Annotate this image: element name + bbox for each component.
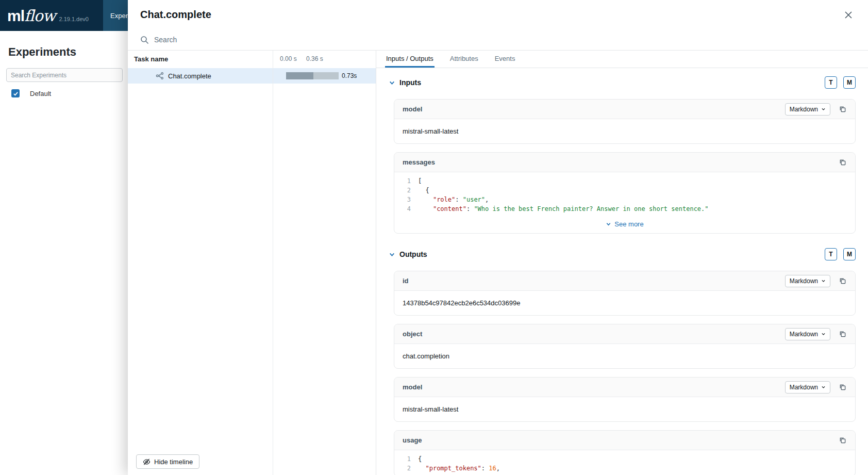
- task-tree-pane: Task name 0.00 s 0.36 s Chat.complete 0.…: [128, 51, 376, 475]
- card-title: object: [403, 330, 422, 338]
- card-title: id: [403, 277, 409, 285]
- render-mode-select[interactable]: Markdown: [785, 328, 830, 340]
- chevron-down-icon: [821, 107, 826, 111]
- outputs-section-title: Outputs: [399, 250, 427, 258]
- drawer-main: Task name 0.00 s 0.36 s Chat.complete 0.…: [128, 51, 868, 475]
- card-actions: Markdown: [785, 381, 847, 394]
- view-toggles: T M: [825, 248, 856, 260]
- json-code-block: 1[2 {3 "role": "user",4 "content": "Who …: [394, 172, 855, 217]
- card-title: model: [403, 105, 422, 113]
- card-value: 14378b54c97842ecb2e6c534dc03699e: [394, 291, 855, 315]
- copy-icon[interactable]: [838, 330, 847, 339]
- experiment-checkbox[interactable]: [11, 89, 20, 97]
- version-label: 2.19.1.dev0: [59, 16, 89, 22]
- output-card-object: object Markdown: [394, 324, 856, 369]
- tab-inputs-outputs[interactable]: Inputs / Outputs: [385, 51, 435, 68]
- eye-off-icon: [143, 458, 151, 466]
- copy-icon[interactable]: [838, 436, 847, 445]
- column-divider: [273, 51, 273, 475]
- hide-timeline-button[interactable]: Hide timeline: [136, 454, 199, 469]
- card-title: messages: [403, 158, 435, 166]
- output-card-model: model Markdown: [394, 377, 856, 422]
- card-title: usage: [403, 436, 422, 444]
- duration-label: 0.73s: [342, 72, 357, 79]
- see-more-label: See more: [614, 220, 643, 228]
- chevron-down-icon: [821, 332, 826, 336]
- render-mode-value: Markdown: [790, 384, 818, 391]
- output-card-id: id Markdown: [394, 271, 856, 316]
- copy-icon[interactable]: [838, 383, 847, 392]
- card-value: chat.completion: [394, 344, 855, 368]
- task-name: Chat.complete: [168, 72, 211, 80]
- text-view-toggle[interactable]: T: [825, 248, 837, 260]
- card-header: object Markdown: [394, 324, 855, 344]
- card-header: usage: [394, 431, 855, 450]
- render-mode-value: Markdown: [790, 331, 818, 338]
- see-more-link[interactable]: See more: [394, 217, 855, 233]
- text-view-toggle[interactable]: T: [825, 76, 837, 89]
- tab-events[interactable]: Events: [494, 51, 516, 68]
- detail-tabs: Inputs / Outputs Attributes Events: [376, 51, 868, 68]
- inputs-section-header[interactable]: Inputs T M: [389, 75, 856, 90]
- chevron-down-icon: [606, 221, 611, 227]
- outputs-section-header[interactable]: Outputs T M: [389, 247, 856, 261]
- card-header: model Markdown: [394, 100, 855, 119]
- output-card-usage: usage 1{2 "prompt_tokens": 16,: [394, 430, 856, 475]
- render-mode-value: Markdown: [790, 106, 818, 113]
- card-value: mistral-small-latest: [394, 119, 855, 143]
- card-header: id Markdown: [394, 271, 855, 291]
- view-toggles: T M: [825, 76, 856, 89]
- card-actions: [838, 436, 847, 445]
- tab-attributes[interactable]: Attributes: [449, 51, 479, 68]
- card-actions: Markdown: [785, 103, 847, 116]
- experiments-search-input[interactable]: [11, 72, 118, 79]
- detail-scroll-area: Inputs T M model Markdown: [376, 68, 868, 475]
- drawer-header: Chat.complete: [128, 0, 868, 29]
- drawer-title: Chat.complete: [140, 9, 211, 21]
- experiments-search-box[interactable]: [6, 68, 123, 82]
- inputs-section-title: Inputs: [399, 78, 421, 87]
- task-name-column-header: Task name: [128, 55, 168, 63]
- markdown-view-toggle[interactable]: M: [843, 248, 856, 260]
- copy-icon[interactable]: [838, 158, 847, 167]
- time-tick: 0.36 s: [306, 55, 323, 62]
- card-actions: [838, 158, 847, 167]
- span-detail-pane: Inputs / Outputs Attributes Events Input…: [376, 51, 868, 475]
- check-icon: [13, 91, 19, 96]
- card-header: model Markdown: [394, 378, 855, 397]
- input-card-model: model Markdown: [394, 99, 856, 144]
- input-card-messages: messages 1[2 {3 "role": "user",4 "conten…: [394, 152, 856, 234]
- copy-icon[interactable]: [838, 105, 847, 114]
- card-title: model: [403, 383, 422, 391]
- trace-span-icon: [156, 72, 164, 80]
- hide-timeline-label: Hide timeline: [154, 458, 193, 466]
- experiment-list-item[interactable]: Default: [11, 89, 128, 97]
- markdown-view-toggle[interactable]: M: [843, 76, 856, 89]
- chevron-down-icon: [389, 251, 395, 258]
- trace-search-input[interactable]: [154, 36, 856, 44]
- experiments-page: Experiments Default: [0, 31, 128, 97]
- render-mode-select[interactable]: Markdown: [785, 381, 830, 394]
- json-code-block: 1{2 "prompt_tokens": 16,: [394, 450, 855, 475]
- timeline-bar: [286, 72, 339, 79]
- tree-header: Task name 0.00 s 0.36 s: [128, 51, 376, 67]
- search-icon: [140, 36, 149, 44]
- trace-detail-drawer: Chat.complete Task name 0.00 s 0.36 s: [128, 0, 868, 475]
- task-row[interactable]: Chat.complete 0.73s: [128, 68, 376, 84]
- render-mode-value: Markdown: [790, 277, 818, 285]
- mlflow-logo[interactable]: mlflow 2.19.1.dev0: [7, 7, 89, 25]
- card-actions: Markdown: [785, 328, 847, 340]
- chevron-down-icon: [821, 279, 826, 283]
- page-title: Experiments: [8, 45, 128, 59]
- render-mode-select[interactable]: Markdown: [785, 275, 830, 287]
- copy-icon[interactable]: [838, 276, 847, 286]
- render-mode-select[interactable]: Markdown: [785, 103, 830, 116]
- time-tick: 0.00 s: [280, 55, 297, 62]
- chevron-down-icon: [821, 385, 826, 389]
- experiment-name[interactable]: Default: [30, 90, 51, 97]
- card-header: messages: [394, 153, 855, 172]
- logo-flow: flow: [24, 7, 55, 25]
- chevron-down-icon: [389, 79, 395, 86]
- close-icon[interactable]: [841, 8, 856, 22]
- logo-ml: ml: [7, 7, 24, 25]
